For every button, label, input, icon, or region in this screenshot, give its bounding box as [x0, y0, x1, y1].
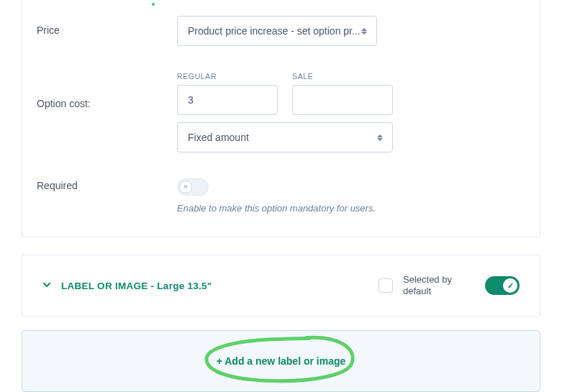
cost-mode-value: Fixed amount	[188, 132, 249, 143]
accordion-title-prefix: LABEL OR IMAGE	[61, 281, 148, 291]
change-indicator-dot	[152, 3, 155, 6]
close-icon	[179, 181, 192, 193]
row-enabled-toggle[interactable]	[485, 276, 520, 295]
required-help-text: Enable to make this option mandatory for…	[177, 203, 393, 214]
chevron-updown-icon	[359, 26, 369, 36]
price-select[interactable]: Product price increase - set option pr..…	[177, 16, 377, 46]
regular-cost-input[interactable]	[177, 85, 278, 115]
check-icon	[503, 278, 517, 293]
sale-sublabel: SALE	[292, 72, 393, 81]
required-toggle[interactable]	[177, 178, 209, 196]
price-select-value: Product price increase - set option pr..…	[188, 25, 361, 37]
option-settings-panel: Price Product price increase - set optio…	[22, 0, 540, 237]
add-option-panel: + Add a new label or image	[22, 330, 540, 392]
accordion-title-suffix: - Large 13.5"	[148, 281, 212, 291]
add-label-or-image-button[interactable]: + Add a new label or image	[217, 355, 346, 367]
accordion-title: LABEL OR IMAGE - Large 13.5"	[61, 281, 212, 291]
selected-by-default-checkbox[interactable]	[379, 278, 393, 293]
chevron-down-icon	[42, 280, 51, 291]
sale-cost-input[interactable]	[292, 85, 393, 115]
required-label: Required	[37, 178, 177, 191]
selected-by-default-label: Selected by default	[403, 274, 475, 298]
regular-sublabel: REGULAR	[177, 72, 278, 81]
cost-mode-select[interactable]: Fixed amount	[177, 122, 393, 152]
chevron-updown-icon	[375, 132, 385, 142]
option-row-accordion[interactable]: LABEL OR IMAGE - Large 13.5" Selected by…	[22, 255, 540, 317]
option-cost-label: Option cost:	[37, 72, 177, 109]
price-label: Price	[37, 16, 177, 36]
